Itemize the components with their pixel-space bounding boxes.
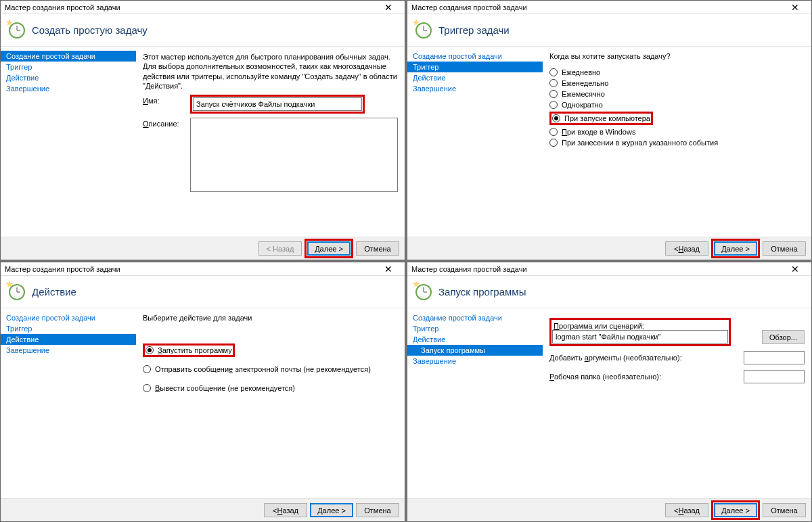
browse-button[interactable]: Обзор... bbox=[762, 330, 805, 344]
nav-action[interactable]: Действие bbox=[407, 72, 543, 83]
program-label: Программа или сценарий: bbox=[552, 321, 728, 330]
nav-trigger[interactable]: Триггер bbox=[407, 323, 543, 334]
wizard-nav: Создание простой задачи Триггер Действие… bbox=[407, 308, 543, 498]
wizard-footer: < Назад Далее > Отмена bbox=[407, 237, 811, 260]
page-title: Создать простую задачу bbox=[32, 24, 148, 36]
dialog-create-task: Мастер создания простой задачи ✕ Создать… bbox=[0, 0, 405, 260]
close-icon[interactable]: ✕ bbox=[376, 263, 401, 275]
wizard-header: Создать простую задачу bbox=[1, 14, 405, 47]
nav-action[interactable]: Действие bbox=[1, 334, 136, 345]
back-button[interactable]: < Назад bbox=[665, 241, 708, 256]
nav-trigger[interactable]: Триггер bbox=[1, 323, 136, 334]
program-input[interactable] bbox=[552, 330, 728, 343]
clock-wizard-icon bbox=[7, 21, 26, 40]
radio-monthly[interactable]: Ежемесячно bbox=[549, 90, 805, 98]
nav-action[interactable]: Действие bbox=[407, 334, 543, 345]
next-button[interactable]: Далее > bbox=[307, 241, 351, 256]
nav-create[interactable]: Создание простой задачи bbox=[1, 51, 136, 62]
page-title: Запуск программы bbox=[438, 286, 526, 298]
window-title: Мастер создания простой задачи bbox=[411, 3, 527, 11]
wizard-header: Триггер задачи bbox=[407, 14, 811, 47]
titlebar: Мастер создания простой задачи ✕ bbox=[1, 1, 405, 14]
wizard-footer: < Назад Далее > Отмена bbox=[407, 498, 811, 521]
cwd-label: Рабочая папка (необязательно): bbox=[549, 373, 744, 381]
nav-create[interactable]: Создание простой задачи bbox=[407, 51, 543, 62]
close-icon[interactable]: ✕ bbox=[783, 263, 807, 275]
window-title: Мастер создания простой задачи bbox=[5, 3, 120, 11]
description-input[interactable] bbox=[190, 118, 398, 192]
cancel-button[interactable]: Отмена bbox=[763, 503, 806, 517]
close-icon[interactable]: ✕ bbox=[783, 1, 807, 14]
cancel-button[interactable]: Отмена bbox=[763, 241, 806, 256]
nav-action[interactable]: Действие bbox=[1, 72, 136, 83]
nav-create[interactable]: Создание простой задачи bbox=[407, 312, 543, 323]
name-label: Имя: bbox=[143, 95, 190, 105]
action-prompt: Выберите действие для задачи bbox=[143, 314, 398, 322]
nav-finish[interactable]: Завершение bbox=[1, 345, 136, 356]
nav-run-program[interactable]: Запуск программы bbox=[407, 345, 543, 356]
wizard-content: Программа или сценарий: Обзор... Добавит… bbox=[543, 308, 811, 498]
wizard-footer: < Назад Далее > Отмена bbox=[1, 237, 405, 260]
back-button: < Назад bbox=[258, 241, 302, 256]
next-button[interactable]: Далее > bbox=[310, 503, 353, 517]
cwd-input[interactable] bbox=[744, 370, 805, 383]
radio-display-message[interactable]: Вывести сообщение (не рекомендуется) bbox=[143, 384, 398, 392]
nav-trigger[interactable]: Триггер bbox=[1, 62, 136, 72]
radio-startup[interactable]: При запуске компьютера bbox=[552, 114, 650, 122]
window-title: Мастер создания простой задачи bbox=[411, 265, 527, 273]
radio-once[interactable]: Однократно bbox=[549, 101, 805, 109]
dialog-trigger: Мастер создания простой задачи ✕ Триггер… bbox=[407, 0, 812, 260]
wizard-content: Этот мастер используется для быстрого пл… bbox=[136, 47, 405, 237]
trigger-prompt: Когда вы хотите запускать задачу? bbox=[549, 52, 805, 60]
dialog-action: Мастер создания простой задачи ✕ Действи… bbox=[0, 262, 405, 522]
wizard-header: Действие bbox=[1, 276, 405, 308]
clock-wizard-icon bbox=[414, 21, 433, 40]
wizard-footer: < Назад Далее > Отмена bbox=[1, 498, 405, 521]
back-button[interactable]: < Назад bbox=[665, 503, 708, 517]
radio-weekly[interactable]: Еженедельно bbox=[549, 79, 805, 87]
titlebar: Мастер создания простой задачи ✕ bbox=[407, 1, 811, 14]
window-title: Мастер создания простой задачи bbox=[5, 265, 120, 273]
name-input[interactable] bbox=[193, 97, 362, 111]
wizard-nav: Создание простой задачи Триггер Действие… bbox=[1, 308, 136, 498]
nav-create[interactable]: Создание простой задачи bbox=[1, 312, 136, 323]
radio-logon[interactable]: При входе в Windows bbox=[549, 128, 805, 136]
radio-daily[interactable]: Ежедневно bbox=[549, 68, 805, 76]
page-title: Действие bbox=[32, 286, 76, 298]
wizard-content: Выберите действие для задачи Запустить п… bbox=[136, 308, 405, 498]
description-label: Описание: bbox=[143, 118, 190, 128]
arguments-input[interactable] bbox=[744, 351, 805, 364]
next-button[interactable]: Далее > bbox=[714, 241, 757, 256]
titlebar: Мастер создания простой задачи ✕ bbox=[1, 262, 405, 276]
wizard-header: Запуск программы bbox=[407, 276, 811, 308]
nav-finish[interactable]: Завершение bbox=[1, 83, 136, 94]
nav-finish[interactable]: Завершение bbox=[407, 356, 543, 366]
intro-text: Этот мастер используется для быстрого пл… bbox=[143, 52, 398, 91]
nav-finish[interactable]: Завершение bbox=[407, 83, 543, 94]
close-icon[interactable]: ✕ bbox=[376, 1, 401, 14]
cancel-button[interactable]: Отмена bbox=[356, 241, 399, 256]
back-button[interactable]: < Назад bbox=[264, 503, 307, 517]
next-button[interactable]: Далее > bbox=[714, 503, 757, 517]
wizard-nav: Создание простой задачи Триггер Действие… bbox=[1, 47, 136, 237]
dialog-run-program: Мастер создания простой задачи ✕ Запуск … bbox=[407, 262, 812, 522]
clock-wizard-icon bbox=[414, 283, 433, 302]
wizard-nav: Создание простой задачи Триггер Действие… bbox=[407, 47, 543, 237]
cancel-button[interactable]: Отмена bbox=[356, 503, 399, 517]
clock-wizard-icon bbox=[7, 283, 26, 302]
nav-trigger[interactable]: Триггер bbox=[407, 62, 543, 72]
wizard-content: Когда вы хотите запускать задачу? Ежедне… bbox=[543, 47, 811, 237]
radio-send-mail[interactable]: Отправить сообщение электронной почты (н… bbox=[143, 365, 398, 373]
arguments-label: Добавить аргументы (необязательно): bbox=[549, 354, 744, 362]
radio-run-program[interactable]: Запустить программу bbox=[145, 346, 232, 354]
titlebar: Мастер создания простой задачи ✕ bbox=[407, 262, 811, 276]
page-title: Триггер задачи bbox=[438, 24, 510, 36]
radio-event[interactable]: При занесении в журнал указанного событи… bbox=[549, 139, 805, 147]
